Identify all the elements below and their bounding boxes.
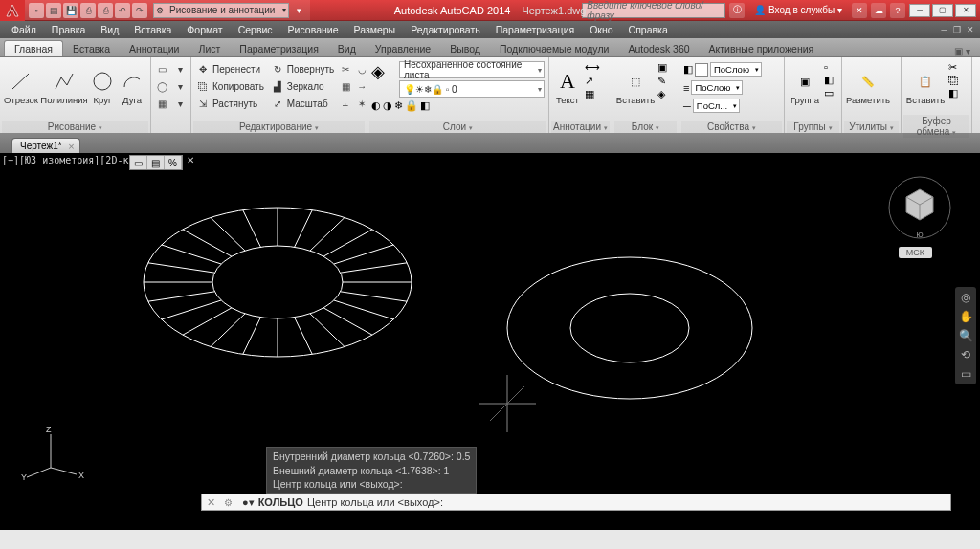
help-icon[interactable]: ? xyxy=(890,3,905,18)
matchp-icon[interactable]: ◧ xyxy=(948,87,959,99)
open-icon[interactable]: ▤ xyxy=(46,3,61,18)
color-dropdown[interactable]: ПоСлою xyxy=(710,62,762,77)
tab-manage[interactable]: Управление xyxy=(366,41,440,56)
dd1-icon[interactable]: ▾ xyxy=(171,61,189,77)
groupedit-icon[interactable]: ◧ xyxy=(824,74,834,86)
tab-home[interactable]: Главная xyxy=(4,40,63,56)
menu-help[interactable]: Справка xyxy=(621,21,676,38)
doc-restore-icon[interactable]: ❐ xyxy=(951,25,963,34)
viewcube[interactable]: Ю xyxy=(886,174,953,241)
doc-close-icon[interactable]: ✕ xyxy=(965,25,976,34)
tab-view[interactable]: Вид xyxy=(328,41,366,56)
line-button[interactable]: Отрезок xyxy=(2,59,40,115)
panel-properties-title[interactable]: Свойства xyxy=(681,121,782,133)
layer-dropdown[interactable]: 💡☀❄🔒 ▫ 0 xyxy=(399,80,545,98)
create-block-icon[interactable]: ▣ xyxy=(657,61,667,74)
attr-block-icon[interactable]: ◈ xyxy=(657,88,667,100)
hatch-icon[interactable]: ▦ xyxy=(153,96,170,112)
save-icon[interactable]: 💾 xyxy=(63,3,78,18)
panel-draw-title[interactable]: Рисование xyxy=(2,121,148,133)
panel-groups-title[interactable]: Группы xyxy=(787,121,839,133)
menu-dimension[interactable]: Размеры xyxy=(346,21,404,38)
matchprop-icon[interactable]: ◧ xyxy=(683,63,693,76)
arc-button[interactable]: Дуга xyxy=(118,59,146,115)
workspace-dropdown[interactable]: Рисование и аннотации xyxy=(153,3,289,18)
layer-iso-icon[interactable]: ◐ xyxy=(371,99,381,112)
layer-lock-icon[interactable]: 🔒 xyxy=(405,99,418,112)
tab-a360[interactable]: Autodesk 360 xyxy=(618,41,699,56)
tab-express[interactable]: Активные приложения xyxy=(700,41,824,56)
move-button[interactable]: ✥Перенести xyxy=(193,61,267,77)
cmdline-customize-icon[interactable]: ⚙ xyxy=(219,497,236,508)
doc-minimize-icon[interactable]: ─ xyxy=(940,25,949,34)
redo-icon[interactable]: ↷ xyxy=(132,3,147,18)
exchange-icon[interactable]: ✕ xyxy=(852,3,867,18)
measure-button[interactable]: 📏 Разметить xyxy=(844,59,892,115)
signin-button[interactable]: 👤 Вход в службы ▾ xyxy=(748,5,848,15)
panel-clipboard-title[interactable]: Буфер обмена xyxy=(903,115,969,138)
panel-block-title[interactable]: Блок xyxy=(614,121,677,133)
lineweight-dropdown[interactable]: ПоСлою xyxy=(691,80,743,95)
lineweight-icon[interactable]: ≡ xyxy=(683,82,689,94)
menu-view[interactable]: Вид xyxy=(93,21,126,38)
scale-button[interactable]: ⤢Масштаб xyxy=(268,96,337,112)
qat-more-icon[interactable]: ▾ xyxy=(291,3,306,18)
maximize-button[interactable]: ▢ xyxy=(932,4,953,17)
circle-button[interactable]: Круг xyxy=(88,59,117,115)
drawing-area[interactable]: [−][ЮЗ изометрия][2D-каркас] ▭ ▤ % ✕ xyxy=(0,153,980,530)
text-button[interactable]: A Текст xyxy=(551,59,584,115)
rotate-button[interactable]: ↻Повернуть xyxy=(268,61,337,77)
cut-icon[interactable]: ✂ xyxy=(948,61,959,74)
close-button[interactable]: ✕ xyxy=(955,4,976,17)
group-button[interactable]: ▣ Группа xyxy=(787,59,823,115)
pan-icon[interactable]: ✋ xyxy=(959,310,973,323)
rect-icon[interactable]: ▭ xyxy=(153,61,170,77)
copy-clip-icon[interactable]: ⿻ xyxy=(948,75,959,86)
dd2-icon[interactable]: ▾ xyxy=(171,78,189,95)
menu-window[interactable]: Окно xyxy=(582,21,620,38)
showmotion-icon[interactable]: ▭ xyxy=(961,367,971,381)
ucs-badge[interactable]: МСК xyxy=(899,247,932,258)
ungroup-icon[interactable]: ▫ xyxy=(824,61,834,73)
array-icon[interactable]: ▦ xyxy=(338,78,353,95)
layer-match-icon[interactable]: ◧ xyxy=(420,99,430,112)
layer-off-icon[interactable]: ◑ xyxy=(383,99,392,112)
menu-format[interactable]: Формат xyxy=(179,21,230,38)
help-search-input[interactable]: Введите ключевое слово/фразу xyxy=(582,3,725,18)
tab-output[interactable]: Вывод xyxy=(440,41,490,56)
color-swatch[interactable] xyxy=(695,63,708,77)
command-line[interactable]: ✕ ⚙ ●▾ КОЛЬЦО Центр кольца или <выход>: xyxy=(201,494,951,511)
panel-utilities-title[interactable]: Утилиты xyxy=(844,121,899,133)
dimlinear-icon[interactable]: ⟷ xyxy=(585,61,600,74)
leader-icon[interactable]: ↗ xyxy=(585,75,600,87)
trim-icon[interactable]: ✂ xyxy=(338,61,353,77)
stayconnected-icon[interactable]: ☁ xyxy=(871,3,886,18)
menu-tools[interactable]: Сервис xyxy=(231,21,280,38)
linetype-dropdown[interactable]: ПоСл... xyxy=(693,99,740,113)
stretch-button[interactable]: ⇲Растянуть xyxy=(193,96,267,112)
menu-edit[interactable]: Правка xyxy=(44,21,93,38)
menu-draw[interactable]: Рисование xyxy=(280,21,346,38)
orbit-icon[interactable]: ⟲ xyxy=(961,348,970,362)
tab-plugins[interactable]: Подключаемые модули xyxy=(490,41,618,56)
tab-annotate[interactable]: Аннотации xyxy=(120,41,189,56)
insert-block-button[interactable]: ⬚ Вставить xyxy=(614,59,657,115)
layer-state-dropdown[interactable]: Несохраненное состояние листа xyxy=(399,61,545,78)
dd3-icon[interactable]: ▾ xyxy=(171,96,189,112)
infocenter-icon[interactable]: ⓘ xyxy=(729,3,745,18)
tab-layout[interactable]: Лист xyxy=(189,41,231,56)
polyline-button[interactable]: Полилиния xyxy=(41,59,87,115)
plot-icon[interactable]: ⎙ xyxy=(98,3,113,18)
zoom-icon[interactable]: 🔍 xyxy=(959,329,973,342)
groupbox-icon[interactable]: ▭ xyxy=(824,87,834,99)
panel-annotation-title[interactable]: Аннотации xyxy=(551,121,610,133)
paste-button[interactable]: 📋 Вставить xyxy=(903,59,947,115)
offset-icon[interactable]: ⫠ xyxy=(338,96,353,112)
steering-wheel-icon[interactable]: ◎ xyxy=(961,291,970,304)
table-icon[interactable]: ▦ xyxy=(585,88,600,100)
saveas-icon[interactable]: ⎙ xyxy=(80,3,96,18)
minimize-button[interactable]: ─ xyxy=(909,4,930,17)
document-tab[interactable]: Чертеж1* xyxy=(11,138,80,153)
edit-block-icon[interactable]: ✎ xyxy=(657,75,667,87)
ellipse-icon[interactable]: ◯ xyxy=(153,78,170,95)
